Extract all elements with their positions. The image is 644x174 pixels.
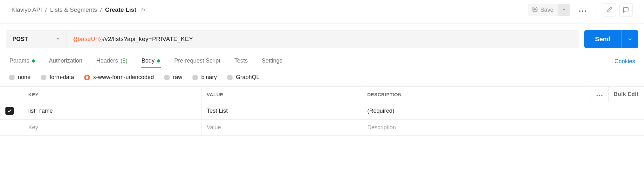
body-type-xwww-label: x-www-form-urlencoded bbox=[93, 74, 154, 81]
row-value-cell[interactable]: Value bbox=[202, 120, 362, 136]
tab-body-label: Body bbox=[141, 57, 154, 64]
tab-tests[interactable]: Tests bbox=[234, 54, 248, 68]
ellipsis-icon bbox=[596, 92, 603, 97]
body-type-raw[interactable]: raw bbox=[164, 74, 182, 81]
svg-point-1 bbox=[579, 10, 580, 12]
row-checkbox-cell[interactable] bbox=[0, 102, 23, 120]
save-label: Save bbox=[540, 7, 553, 13]
radio-icon bbox=[41, 75, 46, 80]
table-header-row: KEY VALUE DESCRIPTION Bulk Edit bbox=[0, 87, 644, 102]
tab-headers[interactable]: Headers (8) bbox=[96, 54, 128, 68]
breadcrumb-sep: / bbox=[100, 6, 102, 13]
tab-params-label: Params bbox=[10, 57, 29, 64]
method-select[interactable]: POST bbox=[6, 30, 66, 48]
svg-point-3 bbox=[585, 10, 586, 12]
tab-prerequest[interactable]: Pre-request Script bbox=[174, 54, 221, 68]
tab-body[interactable]: Body bbox=[141, 54, 161, 68]
col-options-header[interactable] bbox=[591, 87, 608, 102]
documentation-button[interactable] bbox=[603, 3, 616, 17]
col-value-header: VALUE bbox=[202, 87, 362, 102]
body-type-graphql[interactable]: GraphQL bbox=[227, 74, 259, 81]
row-value-value: Test List bbox=[207, 108, 357, 114]
top-actions: Save bbox=[528, 3, 633, 17]
divider bbox=[597, 4, 597, 15]
col-check-header bbox=[0, 87, 23, 102]
body-type-formdata-label: form-data bbox=[50, 74, 74, 81]
body-type-binary[interactable]: binary bbox=[192, 74, 217, 81]
save-button-group: Save bbox=[528, 4, 570, 16]
chevron-down-icon bbox=[56, 36, 60, 43]
table-row: list_name Test List (Required) bbox=[0, 102, 644, 120]
row-description-cell[interactable]: Description bbox=[362, 120, 644, 136]
radio-icon bbox=[227, 75, 233, 80]
svg-point-6 bbox=[601, 95, 602, 96]
body-type-graphql-label: GraphQL bbox=[236, 74, 259, 81]
send-dropdown[interactable] bbox=[621, 30, 638, 48]
url-path: /v2/lists?api_key=PRIVATE_KEY bbox=[103, 36, 193, 43]
svg-point-5 bbox=[599, 95, 600, 96]
breadcrumb-root[interactable]: Klaviyo API bbox=[11, 6, 42, 13]
row-key-cell[interactable]: Key bbox=[23, 120, 202, 136]
body-type-raw-label: raw bbox=[173, 74, 182, 81]
svg-point-4 bbox=[596, 95, 598, 96]
method-label: POST bbox=[12, 36, 28, 43]
body-type-selector: none form-data x-www-form-urlencoded raw… bbox=[0, 68, 644, 86]
row-value-cell[interactable]: Test List bbox=[202, 102, 362, 120]
request-tabs-row: Params Authorization Headers (8) Body Pr… bbox=[0, 54, 644, 68]
save-icon bbox=[532, 6, 538, 14]
radio-icon bbox=[84, 75, 90, 80]
request-tabs: Params Authorization Headers (8) Body Pr… bbox=[9, 54, 283, 68]
breadcrumb-current: Create List bbox=[105, 6, 136, 13]
tab-authorization-label: Authorization bbox=[49, 57, 82, 64]
lock-icon bbox=[141, 6, 146, 13]
body-type-binary-label: binary bbox=[201, 74, 217, 81]
bulk-edit-header[interactable]: Bulk Edit bbox=[608, 87, 644, 102]
tab-headers-label: Headers bbox=[96, 57, 118, 64]
breadcrumb-sep: / bbox=[45, 6, 47, 13]
url-variable: {{baseUrl}} bbox=[73, 36, 103, 43]
tab-prerequest-label: Pre-request Script bbox=[174, 57, 220, 64]
body-type-formdata[interactable]: form-data bbox=[41, 74, 74, 81]
row-description-placeholder: Description bbox=[367, 124, 639, 131]
send-label: Send bbox=[584, 36, 621, 43]
tab-tests-label: Tests bbox=[234, 57, 248, 64]
tab-headers-count: (8) bbox=[120, 57, 127, 64]
topbar: Klaviyo API / Lists & Segments / Create … bbox=[0, 0, 644, 24]
dot-indicator-icon bbox=[32, 59, 35, 63]
svg-rect-0 bbox=[142, 9, 145, 11]
col-description-header: DESCRIPTION bbox=[362, 87, 591, 102]
dot-indicator-icon bbox=[157, 59, 160, 63]
send-button[interactable]: Send bbox=[584, 30, 638, 48]
body-params-table: KEY VALUE DESCRIPTION Bulk Edit list_nam… bbox=[0, 86, 644, 136]
cookies-link[interactable]: Cookies bbox=[614, 58, 635, 65]
row-key-value: list_name bbox=[28, 108, 196, 114]
body-type-xwww[interactable]: x-www-form-urlencoded bbox=[84, 74, 154, 81]
save-button[interactable]: Save bbox=[528, 4, 558, 16]
breadcrumb-mid[interactable]: Lists & Segments bbox=[50, 6, 97, 13]
svg-point-2 bbox=[582, 10, 583, 12]
tab-settings-label: Settings bbox=[262, 57, 282, 64]
body-type-none[interactable]: none bbox=[9, 74, 31, 81]
tab-settings[interactable]: Settings bbox=[261, 54, 283, 68]
body-type-none-label: none bbox=[18, 74, 31, 81]
row-key-placeholder: Key bbox=[28, 124, 196, 131]
col-key-header: KEY bbox=[23, 87, 202, 102]
bulk-edit-label: Bulk Edit bbox=[614, 91, 639, 97]
save-dropdown[interactable] bbox=[558, 4, 570, 16]
radio-icon bbox=[9, 75, 15, 80]
checkbox-checked-icon bbox=[5, 107, 14, 115]
comments-button[interactable] bbox=[619, 3, 633, 17]
more-options-button[interactable] bbox=[574, 3, 591, 17]
row-key-cell[interactable]: list_name bbox=[23, 102, 202, 120]
breadcrumb: Klaviyo API / Lists & Segments / Create … bbox=[11, 6, 146, 13]
table-row-empty: Key Value Description bbox=[0, 120, 644, 136]
row-description-cell[interactable]: (Required) bbox=[362, 102, 644, 120]
row-description-value: (Required) bbox=[367, 108, 639, 114]
row-checkbox-cell[interactable] bbox=[0, 120, 23, 136]
radio-icon bbox=[192, 75, 198, 80]
url-bar: POST {{baseUrl}}/v2/lists?api_key=PRIVAT… bbox=[6, 30, 579, 48]
tab-authorization[interactable]: Authorization bbox=[48, 54, 83, 68]
tab-params[interactable]: Params bbox=[9, 54, 36, 68]
request-row: POST {{baseUrl}}/v2/lists?api_key=PRIVAT… bbox=[0, 24, 644, 54]
url-input[interactable]: {{baseUrl}}/v2/lists?api_key=PRIVATE_KEY bbox=[66, 30, 578, 48]
